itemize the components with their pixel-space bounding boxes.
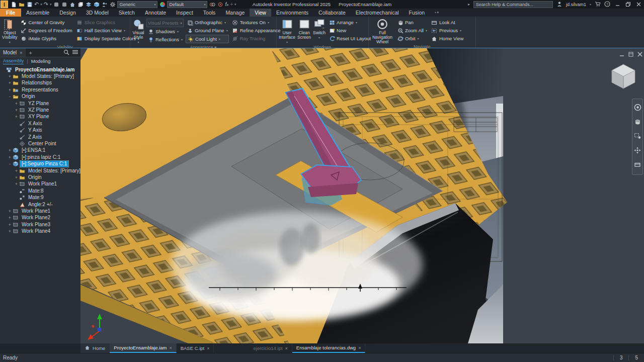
tree-item-yz-plane[interactable]: +YZ Plane xyxy=(0,100,80,107)
tab-close-icon[interactable]: × xyxy=(169,345,172,350)
tree-item-mate-9[interactable]: Mate:9 xyxy=(0,194,80,201)
ribbon-tab-fusion[interactable]: Fusion xyxy=(404,9,430,17)
ground-plane-button[interactable]: Ground Plane▾ xyxy=(186,27,229,34)
orbit-icon[interactable] xyxy=(634,147,641,156)
adjust2-icon[interactable] xyxy=(217,1,223,8)
doc-tab-ejercicio14-ipt[interactable]: ejercicio14.ipt× xyxy=(249,343,292,353)
tree-item--pinza-lapiz-c-1[interactable]: +[•]:pinza lapiz C:1 xyxy=(0,154,80,160)
adjust-icon[interactable] xyxy=(209,1,215,8)
color-wheel-icon[interactable] xyxy=(159,1,166,8)
tree-item-work-plane3[interactable]: +Work Plane3 xyxy=(0,221,80,228)
expand-icon[interactable]: + xyxy=(8,209,12,214)
user-interface-button[interactable]: User Interface ▾ xyxy=(279,18,295,45)
browser-tab-close-icon[interactable]: × xyxy=(20,50,22,55)
tree-item-y-axis[interactable]: Y Axis xyxy=(0,127,80,134)
user-name[interactable]: jd.silvam1 xyxy=(566,2,586,7)
object-visibility-button[interactable]: Object Visibility ▾ xyxy=(2,18,18,45)
expand-icon[interactable]: + xyxy=(14,175,19,180)
ribbon-display-options-icon[interactable]: ▪ ▾ xyxy=(430,9,444,17)
tree-item--ensa-1[interactable]: +[•]:ENSA:1 xyxy=(0,147,80,154)
inventor-logo-icon[interactable]: I xyxy=(1,1,8,8)
ribbon-tab-3d-model[interactable]: 3D Model xyxy=(81,9,114,17)
zoom-all-button[interactable]: Zoom All▾ xyxy=(396,27,428,34)
undo-icon[interactable]: ↶ xyxy=(34,1,39,8)
gear-icon[interactable] xyxy=(109,1,116,8)
redo-icon[interactable]: ↷ xyxy=(44,1,48,8)
tree-item-xz-plane[interactable]: +XZ Plane xyxy=(0,107,80,113)
appearance-combo[interactable]: Default▾ xyxy=(167,1,207,8)
shadows-button[interactable]: Shadows▾ xyxy=(146,28,184,35)
tree-item-z-axis[interactable]: Z Axis xyxy=(0,134,80,140)
ribbon-tab-tools[interactable]: Tools xyxy=(198,9,221,17)
full-navigation-wheel-button[interactable]: Full Navigation Wheel xyxy=(371,18,394,44)
save-icon[interactable] xyxy=(26,1,33,8)
restore-button[interactable] xyxy=(624,1,631,8)
visual-style-button[interactable]: Visual Style ▾ xyxy=(132,18,144,45)
doc-tab-ensamblaje-tolerancias-dwg[interactable]: Ensamblaje tolerancias.dwg× xyxy=(292,343,366,353)
ribbon-tab-environments[interactable]: Environments xyxy=(271,9,313,17)
expand-icon[interactable]: + xyxy=(14,114,19,119)
layers-icon[interactable] xyxy=(85,1,92,8)
pan-icon[interactable] xyxy=(634,118,641,127)
undo-icon[interactable] xyxy=(53,1,59,8)
cool-light-button[interactable]: Cool Light▾ xyxy=(186,35,229,43)
tree-item-work-plane4[interactable]: +Work Plane4 xyxy=(0,228,80,234)
help-icon[interactable]: ? xyxy=(604,1,610,8)
ribbon-tab-assemble[interactable]: Assemble xyxy=(21,9,54,17)
tree-item-model-states-primary-[interactable]: +Model States: [Primary] xyxy=(0,167,80,174)
tree-item-x-axis[interactable]: X Axis xyxy=(0,120,80,127)
tab-close-icon[interactable]: × xyxy=(358,345,361,350)
ribbon-tab-design[interactable]: Design xyxy=(54,9,81,17)
center-of-gravity-button[interactable]: Center of Gravity xyxy=(20,19,73,26)
zoom-window-icon[interactable] xyxy=(634,132,641,141)
qat-customize-icon[interactable]: ▾ xyxy=(234,3,236,7)
view-cube[interactable] xyxy=(609,62,638,94)
tree-item-origin[interactable]: +Origin xyxy=(0,174,80,180)
ribbon-tab-sketch[interactable]: Sketch xyxy=(114,9,140,17)
expand-icon[interactable]: + xyxy=(8,148,12,153)
clean-screen-button[interactable]: Clean Screen xyxy=(297,18,311,40)
tree-item-model-states-primary-[interactable]: +Model States: [Primary] xyxy=(0,73,80,79)
flyout-arrow-icon[interactable]: ▸ xyxy=(468,2,470,7)
refine-appearance-button[interactable]: Refine Appearance xyxy=(231,27,282,34)
tree-item-relationships[interactable]: +Relationships xyxy=(0,80,80,86)
ribbon-tab-view[interactable]: View xyxy=(250,9,271,17)
degrees-of-freedom-button[interactable]: Degrees of Freedom xyxy=(20,27,73,34)
pan-button[interactable]: Pan xyxy=(396,19,428,26)
doc-close-button[interactable] xyxy=(637,50,642,59)
expand-icon[interactable]: + xyxy=(14,182,19,187)
material-combo[interactable]: Generic▾ xyxy=(117,1,157,8)
ribbon-tab-annotate[interactable]: Annotate xyxy=(140,9,171,17)
ribbon-tab-collaborate[interactable]: Collaborate xyxy=(313,9,351,17)
parameters-fx-icon[interactable]: fx xyxy=(225,2,228,7)
look-at-button[interactable]: Look At xyxy=(430,19,464,26)
tree-item-work-plane1[interactable]: +Work Plane1 xyxy=(0,208,80,214)
previous-button[interactable]: Previous▾ xyxy=(430,27,464,34)
textures-on-button[interactable]: Textures On▾ xyxy=(231,19,282,26)
close-button[interactable] xyxy=(635,1,642,8)
expand-icon[interactable]: + xyxy=(8,229,12,234)
search-icon[interactable] xyxy=(63,49,69,56)
tree-item-angle-2-[interactable]: Angle:2 +/- xyxy=(0,201,80,208)
switch-button[interactable]: Switch ▾ xyxy=(313,18,326,40)
collapse-icon[interactable]: - xyxy=(8,94,12,99)
home-small-icon[interactable] xyxy=(69,1,75,8)
expand-icon[interactable]: + xyxy=(8,215,12,220)
tree-item-proyectoensamblaje-iam[interactable]: ProyectoEnsamblaje.iam xyxy=(0,66,80,73)
tree-item-work-plane2[interactable]: +Work Plane2 xyxy=(0,215,80,221)
doc-restore-button[interactable] xyxy=(628,50,633,59)
expand-icon[interactable]: + xyxy=(8,87,12,93)
expand-icon[interactable]: + xyxy=(8,80,12,85)
hamburger-menu-icon[interactable] xyxy=(72,50,78,55)
search-input[interactable]: Search Help & Commands... xyxy=(473,1,553,8)
expand-icon[interactable]: + xyxy=(8,155,12,160)
tree-item-representations[interactable]: +Representations xyxy=(0,86,80,93)
new-button[interactable]: New xyxy=(328,27,372,34)
qat-add-icon[interactable]: + xyxy=(230,2,233,7)
ribbon-tab-manage[interactable]: Manage xyxy=(220,9,250,17)
doc-minimize-button[interactable] xyxy=(619,50,624,59)
tree-item-origin[interactable]: -Origin xyxy=(0,94,80,100)
tab-close-icon[interactable]: × xyxy=(285,346,288,351)
open-folder-icon[interactable] xyxy=(18,1,25,8)
expand-icon[interactable]: + xyxy=(8,222,12,227)
